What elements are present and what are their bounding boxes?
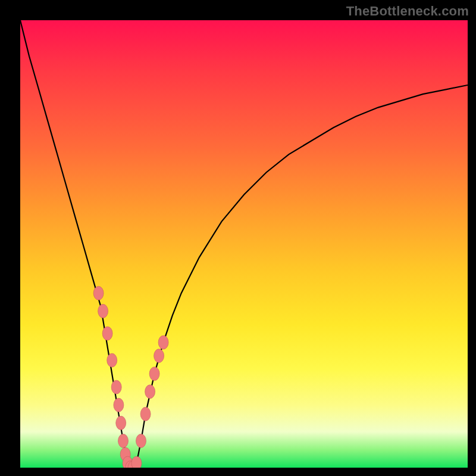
bottleneck-curve xyxy=(20,20,468,468)
curve-marker xyxy=(93,286,104,300)
watermark-text: TheBottleneck.com xyxy=(346,4,469,19)
curve-marker xyxy=(158,336,168,349)
curve-marker xyxy=(131,456,142,468)
curve-marker xyxy=(116,416,126,430)
curve-marker xyxy=(114,398,124,412)
curve-marker xyxy=(102,327,112,340)
chart-frame: TheBottleneck.com xyxy=(0,0,476,476)
curve-markers xyxy=(93,286,168,468)
curve-marker xyxy=(140,407,151,421)
curve-marker xyxy=(145,385,155,399)
plot-area xyxy=(20,20,468,468)
bottleneck-curve-svg xyxy=(20,20,468,468)
curve-marker xyxy=(136,434,146,447)
curve-marker xyxy=(149,367,159,381)
curve-marker xyxy=(154,349,164,363)
curve-marker xyxy=(118,434,129,447)
curve-marker xyxy=(111,380,121,394)
curve-marker xyxy=(107,353,117,367)
curve-marker xyxy=(98,304,108,318)
